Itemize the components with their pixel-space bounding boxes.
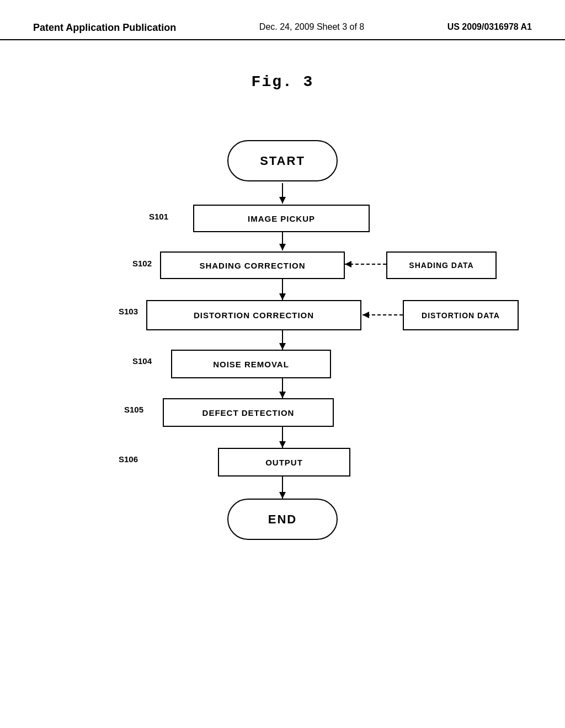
step-s105-label: S105: [124, 405, 143, 414]
svg-marker-7: [279, 343, 286, 350]
end-box: END: [227, 499, 338, 540]
output-text: OUTPUT: [265, 458, 303, 467]
shading-data-text: SHADING DATA: [409, 261, 473, 270]
distortion-data-box: DISTORTION DATA: [403, 300, 519, 330]
noise-removal-text: NOISE REMOVAL: [213, 360, 289, 369]
shading-data-box: SHADING DATA: [386, 251, 497, 279]
figure-title: Fig. 3: [0, 73, 565, 90]
output-box: OUTPUT: [218, 448, 350, 477]
header-date-sheet: Dec. 24, 2009 Sheet 3 of 8: [259, 22, 364, 32]
svg-marker-11: [279, 441, 286, 448]
svg-marker-3: [279, 244, 286, 250]
noise-removal-box: NOISE REMOVAL: [171, 350, 331, 378]
svg-marker-5: [279, 293, 286, 300]
step-s104-label: S104: [132, 356, 152, 366]
flowchart-diagram: START S101 IMAGE PICKUP S102 SHADING COR…: [0, 101, 565, 708]
svg-marker-9: [279, 392, 286, 398]
start-box: START: [227, 140, 338, 181]
step-s102-label: S102: [132, 259, 152, 268]
start-label: START: [260, 154, 305, 168]
svg-marker-13: [279, 492, 286, 499]
svg-marker-17: [363, 312, 369, 318]
shading-correction-box: SHADING CORRECTION: [160, 251, 345, 279]
distortion-correction-text: DISTORTION CORRECTION: [194, 311, 314, 320]
header-publication-label: Patent Application Publication: [33, 22, 176, 34]
page-header: Patent Application Publication Dec. 24, …: [0, 0, 565, 40]
header-patent-number: US 2009/0316978 A1: [447, 22, 532, 32]
end-label: END: [268, 512, 297, 527]
svg-marker-1: [279, 197, 286, 204]
step-s103-label: S103: [119, 307, 138, 316]
step-s101-label: S101: [149, 212, 168, 221]
svg-marker-15: [345, 261, 351, 267]
distortion-data-text: DISTORTION DATA: [422, 311, 500, 320]
defect-detection-text: DEFECT DETECTION: [202, 408, 295, 417]
defect-detection-box: DEFECT DETECTION: [163, 398, 334, 427]
image-pickup-text: IMAGE PICKUP: [248, 214, 315, 223]
distortion-correction-box: DISTORTION CORRECTION: [146, 300, 361, 330]
image-pickup-box: IMAGE PICKUP: [193, 205, 370, 232]
shading-correction-text: SHADING CORRECTION: [199, 261, 305, 270]
step-s106-label: S106: [119, 454, 138, 464]
